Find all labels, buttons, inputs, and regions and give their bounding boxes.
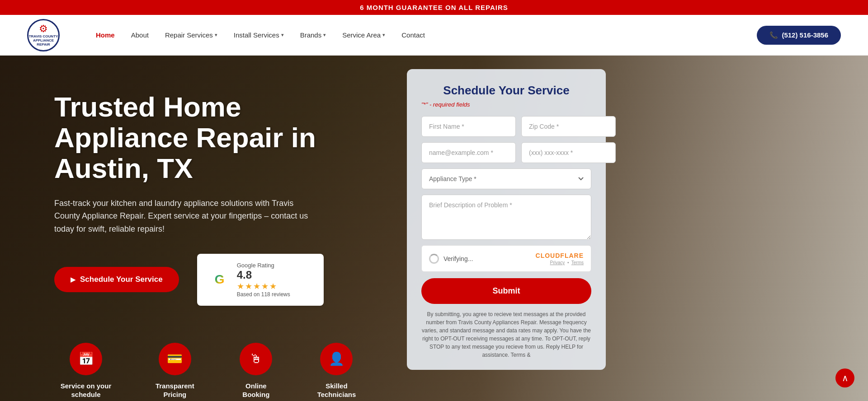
feature-online-booking: 🖱 Online Booking [232,343,280,399]
nav-item-contact[interactable]: Contact [401,31,425,39]
service-form: Schedule Your Service "*" - required fie… [407,69,606,370]
nav-item-home[interactable]: Home [96,31,115,39]
feature-transparent-pricing: 💳 Transparent Pricing [145,343,205,399]
install-services-chevron: ▾ [281,32,284,38]
nav-item-about[interactable]: About [131,31,149,39]
repair-services-chevron: ▾ [215,32,217,38]
cf-privacy-link[interactable]: Privacy [550,260,565,265]
schedule-icon: 📅 [70,343,102,375]
rating-stars: ★★★★★ [237,281,290,291]
rating-label: Google Rating [237,262,290,269]
schedule-button[interactable]: ▶ Schedule Your Service [54,267,179,292]
form-disclaimer: By submitting, you agree to recieve text… [421,310,591,359]
scroll-top-icon: ∧ [842,373,849,383]
feature-service-schedule: 📅 Service on your schedule [54,343,118,399]
logo-area[interactable]: ⚙ TRAVIS COUNTYAPPLIANCEREPAIR [27,19,60,51]
top-banner: 6 MONTH GUARANTEE ON ALL REPAIRS [0,0,868,15]
form-row-name-zip [421,116,591,137]
form-row-email-phone [421,142,591,163]
nav-item-repair-services[interactable]: Repair Services ▾ [165,31,217,39]
rating-info: Google Rating 4.8 ★★★★★ Based on 118 rev… [237,262,290,298]
main-nav: Home About Repair Services ▾ Install Ser… [96,31,757,39]
cf-verifying-label: Verifying... [443,255,473,262]
hero-actions: ▶ Schedule Your Service G Google Rating … [54,254,366,306]
feature-booking-label: Online Booking [232,382,280,399]
hero-title: Trusted Home Appliance Repair in Austin,… [54,92,366,184]
first-name-input[interactable] [421,116,516,137]
technicians-icon: 👤 [320,343,353,375]
cf-links: Privacy • Terms [550,260,584,265]
feature-schedule-label: Service on your schedule [54,382,118,399]
hero-right-panel: Schedule Your Service "*" - required fie… [393,56,610,401]
appliance-type-select[interactable]: Appliance Type * Refrigerator Washer Dry… [421,168,591,189]
hero-section: Trusted Home Appliance Repair in Austin,… [0,56,868,401]
logo-text: TRAVIS COUNTYAPPLIANCEREPAIR [29,35,58,47]
nav-item-install-services[interactable]: Install Services ▾ [234,31,284,39]
banner-text: 6 MONTH GUARANTEE ON ALL REPAIRS [360,4,508,11]
phone-number: (512) 516-3856 [782,31,828,39]
schedule-button-label: Schedule Your Service [80,275,163,284]
rating-reviews: Based on 118 reviews [237,291,290,298]
phone-button[interactable]: 📞 (512) 516-3856 [757,26,841,45]
hero-features: 📅 Service on your schedule 💳 Transparent… [54,343,366,399]
header: ⚙ TRAVIS COUNTYAPPLIANCEREPAIR Home Abou… [0,15,868,56]
cf-verifying: Verifying... [429,254,473,264]
feature-technicians-label: Skilled Technicians [307,382,366,399]
cf-terms-link[interactable]: Terms [571,260,584,265]
service-area-chevron: ▾ [382,32,385,38]
logo-circle: ⚙ TRAVIS COUNTYAPPLIANCEREPAIR [27,19,60,51]
cf-logo: CLOUDFLARE Privacy • Terms [536,252,584,265]
form-required-note: "*" - required fields [421,101,591,108]
problem-description-textarea[interactable] [421,195,591,240]
cf-logo-text: CLOUDFLARE [536,252,584,259]
google-g-letter: G [215,272,225,287]
logo-icon: ⚙ [29,23,58,35]
zip-code-input[interactable] [521,116,616,137]
google-rating-card: G Google Rating 4.8 ★★★★★ Based on 118 r… [197,254,324,306]
feature-skilled-technicians: 👤 Skilled Technicians [307,343,366,399]
email-input[interactable] [421,142,516,163]
nav-item-brands[interactable]: Brands ▾ [300,31,326,39]
hero-content: Trusted Home Appliance Repair in Austin,… [0,56,868,401]
phone-icon: 📞 [769,31,778,39]
rating-score: 4.8 [237,269,290,281]
form-title: Schedule Your Service [421,84,591,98]
hero-subtitle: Fast-track your kitchen and laundry appl… [54,197,316,236]
google-logo: G [210,270,230,289]
hero-left-panel: Trusted Home Appliance Repair in Austin,… [0,56,393,401]
cf-spinner [429,254,439,264]
feature-pricing-label: Transparent Pricing [145,382,205,399]
nav-item-service-area[interactable]: Service Area ▾ [342,31,385,39]
phone-input[interactable] [521,142,616,163]
brands-chevron: ▾ [323,32,326,38]
pricing-icon: 💳 [159,343,191,375]
cloudflare-widget: Verifying... CLOUDFLARE Privacy • Terms [421,245,591,272]
submit-button[interactable]: Submit [421,278,591,304]
scroll-to-top-button[interactable]: ∧ [835,368,854,387]
arrow-icon: ▶ [71,276,75,283]
booking-icon: 🖱 [240,343,272,375]
